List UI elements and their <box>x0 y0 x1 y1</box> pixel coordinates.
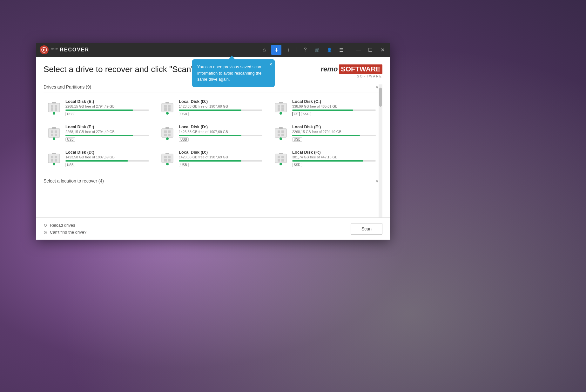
remo-logo-text: remo SOFTWARE <box>321 64 382 74</box>
remo-box: SOFTWARE <box>339 64 382 74</box>
app-logo-icon <box>40 45 49 54</box>
drive-status-dot <box>53 163 55 165</box>
reload-icon: ↻ <box>44 223 47 228</box>
drive-status-dot <box>53 137 55 140</box>
svg-rect-35 <box>281 134 284 136</box>
drive-item[interactable]: Local Disk (F:) 381,74 GB free of 447,13… <box>270 147 379 170</box>
cart-button[interactable]: 🛒 <box>312 45 322 55</box>
svg-rect-53 <box>281 159 284 162</box>
scrollbar-track[interactable] <box>379 84 382 217</box>
main-scroll[interactable]: Drives and Partitions (9) ∨ <box>44 84 379 217</box>
remo-word: remo <box>321 65 338 73</box>
location-chevron-icon[interactable]: ∨ <box>375 178 379 183</box>
svg-rect-45 <box>168 156 171 158</box>
menu-button[interactable]: ☰ <box>336 45 347 55</box>
drive-name: Local Disk (E:) <box>65 124 149 129</box>
home-button[interactable]: ⌂ <box>259 45 269 55</box>
download-button[interactable]: ⬇ <box>271 45 281 55</box>
tooltip-close-button[interactable]: × <box>269 62 272 67</box>
close-button[interactable]: ✕ <box>377 45 387 55</box>
drive-tags: OSSSD <box>292 112 376 116</box>
drive-item[interactable]: Local Disk (D:) 1423,58 GB free of 1907,… <box>157 147 265 170</box>
minimize-button[interactable]: — <box>353 45 363 55</box>
location-section-header: Select a location to recover (4) ∨ <box>44 178 379 186</box>
footer: ↻ Reload drives ⊙ Can't find the drive? … <box>36 217 390 240</box>
drive-size: 1423,58 GB free of 1907,69 GB <box>179 155 262 159</box>
drive-item[interactable]: Local Disk (E:) 2268,15 GB free of 2794,… <box>44 122 152 144</box>
drive-size: 1423,58 GB free of 1907,69 GB <box>179 104 262 108</box>
reload-drives-link[interactable]: ↻ Reload drives <box>44 223 86 228</box>
content-wrapper: Drives and Partitions (9) ∨ <box>44 84 382 217</box>
svg-rect-54 <box>279 153 283 154</box>
cant-find-label: Can't find the drive? <box>50 230 86 235</box>
svg-rect-52 <box>278 159 280 162</box>
scrollbar-thumb[interactable] <box>379 88 382 107</box>
svg-rect-18 <box>279 102 283 103</box>
drive-item[interactable]: Local Disk (D:) 1423,58 GB free of 1907,… <box>44 147 152 170</box>
svg-rect-28 <box>164 134 167 136</box>
tooltip-text: You can open previous saved scan informa… <box>197 64 261 82</box>
drive-item[interactable]: Local Disk (D:) 1423,58 GB free of 1907,… <box>157 96 265 119</box>
svg-rect-1 <box>48 103 60 112</box>
drive-icon <box>273 100 288 115</box>
drive-item[interactable]: Local Disk (E:) 2268,15 GB free of 2794,… <box>270 122 379 144</box>
drive-bar-bg <box>292 135 376 136</box>
maximize-button[interactable]: ☐ <box>365 45 375 55</box>
reload-label: Reload drives <box>50 223 75 228</box>
drive-item[interactable]: Local Disk (D:) 1423,58 GB free of 1907,… <box>157 122 265 144</box>
tooltip-arrow <box>229 56 235 59</box>
drive-bar-bg <box>292 160 376 162</box>
cant-find-link[interactable]: ⊙ Can't find the drive? <box>44 230 86 235</box>
drive-size: 2268,15 GB free of 2794,49 GB <box>292 130 376 134</box>
svg-rect-39 <box>55 156 57 158</box>
user-button[interactable]: 👤 <box>324 45 334 55</box>
titlebar-title: remo RECOVER <box>51 47 89 53</box>
drive-item[interactable]: Local Disk (C:) 338,99 GB free of 465,01… <box>270 96 379 119</box>
drive-name: Local Disk (F:) <box>292 150 376 155</box>
svg-rect-24 <box>52 127 56 129</box>
svg-rect-26 <box>164 130 167 133</box>
drive-item[interactable]: Local Disk (E:) 2268,15 GB free of 2794,… <box>44 96 152 119</box>
svg-rect-4 <box>51 108 53 111</box>
scan-button[interactable]: Scan <box>351 223 382 235</box>
drive-name: Local Disk (D:) <box>179 150 262 155</box>
drive-name: Local Disk (C:) <box>292 99 376 104</box>
drive-info: Local Disk (D:) 1423,58 GB free of 1907,… <box>179 124 262 142</box>
drive-info: Local Disk (E:) 2268,15 GB free of 2794,… <box>292 124 376 142</box>
drive-size: 381,74 GB free of 447,13 GB <box>292 155 376 159</box>
svg-rect-9 <box>168 105 171 108</box>
drive-tags: USB <box>65 163 149 167</box>
svg-rect-33 <box>281 130 284 133</box>
drive-info: Local Disk (E:) 2268,15 GB free of 2794,… <box>65 124 149 142</box>
svg-rect-48 <box>165 153 169 154</box>
export-button[interactable]: ↑ <box>283 45 293 55</box>
drive-bar-fill <box>179 160 241 162</box>
help-button[interactable]: ? <box>300 45 310 55</box>
svg-rect-29 <box>168 134 171 136</box>
drive-tag: USB <box>65 137 75 142</box>
svg-rect-19 <box>48 129 60 137</box>
drive-tags: USB <box>65 112 149 116</box>
drive-tag: USB <box>65 112 75 116</box>
drive-tag: USB <box>179 163 189 167</box>
svg-rect-50 <box>278 156 280 158</box>
remo-logo: remo SOFTWARE SOFTWARE <box>321 64 382 78</box>
drive-bar-fill <box>292 160 363 162</box>
drive-size: 338,99 GB free of 465,01 GB <box>292 104 376 108</box>
svg-rect-44 <box>164 156 167 158</box>
svg-rect-2 <box>51 105 53 108</box>
drive-icon <box>160 125 175 141</box>
drive-tags: USB <box>179 137 262 142</box>
drive-info: Local Disk (D:) 1423,58 GB free of 1907,… <box>179 150 262 167</box>
drive-name: Local Disk (E:) <box>292 124 376 129</box>
svg-rect-43 <box>162 154 173 163</box>
svg-rect-13 <box>275 103 286 112</box>
drives-chevron-icon[interactable]: ∨ <box>375 84 379 90</box>
svg-rect-37 <box>48 154 60 163</box>
drive-bar-fill <box>65 135 133 136</box>
svg-rect-6 <box>52 102 56 103</box>
drive-status-dot <box>166 163 169 165</box>
svg-rect-47 <box>168 159 171 162</box>
drive-icon <box>46 100 62 115</box>
svg-rect-42 <box>52 153 56 154</box>
